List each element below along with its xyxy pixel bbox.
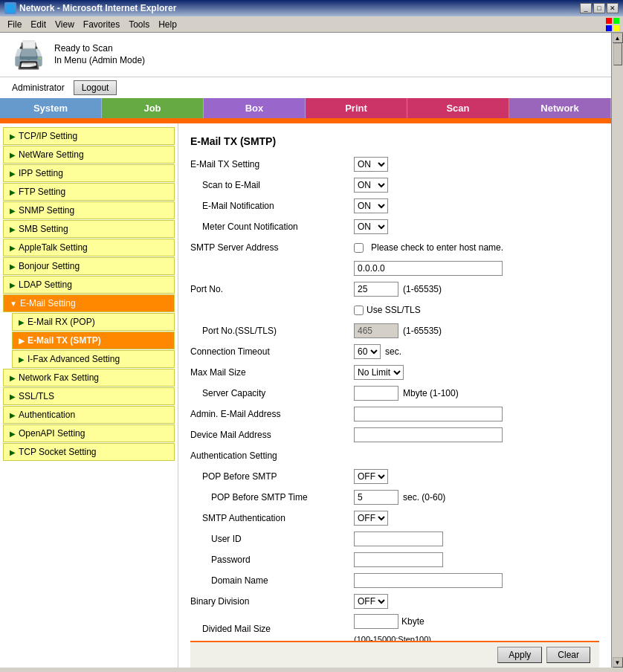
- smtp-auth-control: OFFON: [354, 511, 388, 526]
- sidebar-item-ftp[interactable]: ▶ FTP Setting: [3, 183, 175, 201]
- sidebar-item-ipp[interactable]: ▶ IPP Setting: [3, 164, 175, 182]
- sidebar-item-emailtx[interactable]: ▶ E-Mail TX (SMTP): [12, 332, 175, 349]
- domain-input[interactable]: [354, 573, 503, 588]
- arrow-icon: ▶: [10, 374, 16, 382]
- smtp-ip-input[interactable]: [354, 261, 503, 276]
- smtp-hostname-checkbox[interactable]: [354, 243, 364, 253]
- user-id-control: [354, 532, 443, 546]
- clear-button[interactable]: Clear: [546, 647, 590, 663]
- password-input[interactable]: [354, 552, 443, 567]
- max-mail-select[interactable]: No Limit: [354, 365, 404, 380]
- smtp-auth-label: SMTP Authentication: [190, 513, 354, 523]
- divided-size-input[interactable]: [354, 614, 398, 629]
- admin-email-input[interactable]: [354, 407, 503, 421]
- scrollbar[interactable]: ▲ ▼: [611, 33, 623, 668]
- menu-favorites[interactable]: Favorites: [79, 18, 124, 31]
- server-capacity-label: Server Capacity: [190, 388, 354, 398]
- smtp-auth-select[interactable]: OFFON: [354, 511, 388, 526]
- meter-count-select[interactable]: ONOFF: [354, 219, 388, 234]
- email-notification-label: E-Mail Notification: [190, 201, 354, 211]
- email-notification-row: E-Mail Notification ONOFF: [190, 198, 599, 214]
- port-ssl-input[interactable]: [354, 323, 398, 338]
- conn-timeout-select[interactable]: 60: [354, 344, 381, 359]
- sidebar-item-email[interactable]: ▼ E-Mail Setting: [3, 294, 175, 312]
- sidebar-item-smb[interactable]: ▶ SMB Setting: [3, 220, 175, 238]
- sidebar-item-auth[interactable]: ▶ Authentication: [3, 406, 175, 424]
- arrow-icon: ▶: [19, 355, 25, 364]
- port-no-row: Port No. (1-65535): [190, 281, 599, 297]
- device-email-input[interactable]: [354, 427, 503, 442]
- sidebar-item-openapi[interactable]: ▶ OpenAPI Setting: [3, 424, 175, 442]
- email-notification-select[interactable]: ONOFF: [354, 198, 388, 213]
- port-ssl-row: Port No.(SSL/TLS) (1-65535): [190, 323, 599, 339]
- page-title: E-Mail TX (SMTP): [190, 135, 599, 147]
- sidebar-item-netware[interactable]: ▶ NetWare Setting: [3, 146, 175, 164]
- menu-tools[interactable]: Tools: [124, 18, 154, 31]
- apply-button[interactable]: Apply: [497, 647, 542, 663]
- admin-email-label: Admin. E-Mail Address: [190, 409, 354, 419]
- admin-email-row: Admin. E-Mail Address: [190, 406, 599, 422]
- sidebar-item-snmp[interactable]: ▶ SNMP Setting: [3, 201, 175, 219]
- tab-box[interactable]: Box: [204, 98, 306, 118]
- email-tx-setting-select[interactable]: ONOFF: [354, 157, 388, 172]
- smtp-ip-row: [190, 260, 599, 277]
- port-no-input[interactable]: [354, 282, 398, 297]
- sidebar-item-emailrx[interactable]: ▶ E-Mail RX (POP): [12, 313, 175, 331]
- sidebar-item-ifax[interactable]: ▶ I-Fax Advanced Setting: [12, 350, 175, 368]
- sidebar-item-ldap[interactable]: ▶ LDAP Setting: [3, 276, 175, 294]
- password-label: Password: [190, 555, 354, 565]
- smtp-server-label: SMTP Server Address: [190, 242, 354, 253]
- sidebar-item-tcpip[interactable]: ▶ TCP/IP Setting: [3, 127, 175, 145]
- user-id-input[interactable]: [354, 532, 443, 546]
- close-button[interactable]: ✕: [607, 3, 619, 13]
- menu-help[interactable]: Help: [154, 18, 181, 31]
- ssl-checkbox[interactable]: [354, 306, 364, 315]
- scroll-up-button[interactable]: ▲: [613, 33, 623, 43]
- auth-setting-row: Authentication Setting: [190, 448, 599, 464]
- menu-file[interactable]: File: [3, 18, 26, 31]
- binary-div-control: OFFON: [354, 594, 388, 609]
- server-capacity-input[interactable]: [354, 386, 398, 401]
- pop-before-time-control: sec. (0-60): [354, 490, 445, 505]
- maximize-button[interactable]: □: [593, 3, 605, 13]
- main-scroll-area[interactable]: 🖨️ Ready to Scan In Menu (Admin Mode) Ad…: [0, 33, 611, 668]
- arrow-icon: ▶: [10, 448, 16, 456]
- window-controls: _ □ ✕: [580, 3, 619, 13]
- sidebar-item-bonjour[interactable]: ▶ Bonjour Setting: [3, 257, 175, 275]
- pop-before-smtp-row: POP Before SMTP OFFON: [190, 468, 599, 485]
- auth-setting-label: Authentication Setting: [190, 450, 354, 461]
- divided-size-label: Divided Mail Size: [190, 624, 354, 634]
- scroll-down-button[interactable]: ▼: [613, 657, 623, 668]
- email-tx-setting-row: E-Mail TX Setting ONOFF: [190, 156, 599, 172]
- sidebar-item-ssl[interactable]: ▶ SSL/TLS: [3, 387, 175, 405]
- port-ssl-range: (1-65535): [403, 326, 442, 336]
- pop-before-smtp-select[interactable]: OFFON: [354, 469, 388, 484]
- status-line1: Ready to Scan: [54, 43, 145, 54]
- minimize-button[interactable]: _: [580, 3, 592, 13]
- divided-size-control: Kbyte (100-15000;Step100): [354, 614, 431, 644]
- scan-to-email-select[interactable]: ONOFF: [354, 178, 388, 193]
- sidebar-item-tcp[interactable]: ▶ TCP Socket Setting: [3, 443, 175, 461]
- tab-scan[interactable]: Scan: [407, 98, 509, 118]
- domain-row: Domain Name: [190, 572, 599, 589]
- pop-before-smtp-label: POP Before SMTP: [190, 471, 354, 482]
- menu-edit[interactable]: Edit: [26, 18, 51, 31]
- smtp-server-control: Please check to enter host name.: [354, 242, 503, 253]
- printer-icon: 🖨️: [12, 39, 45, 71]
- logout-button[interactable]: Logout: [74, 80, 117, 95]
- tab-network[interactable]: Network: [509, 98, 611, 118]
- scroll-thumb[interactable]: [613, 43, 622, 65]
- header-status: Ready to Scan In Menu (Admin Mode): [54, 43, 145, 67]
- tab-system[interactable]: System: [0, 98, 102, 118]
- sidebar-item-netfax[interactable]: ▶ Network Fax Setting: [3, 369, 175, 387]
- scan-to-email-control: ONOFF: [354, 178, 388, 193]
- pop-before-time-input[interactable]: [354, 490, 398, 505]
- pop-before-time-row: POP Before SMTP Time sec. (0-60): [190, 489, 599, 505]
- binary-div-select[interactable]: OFFON: [354, 594, 388, 609]
- tab-print[interactable]: Print: [306, 98, 407, 118]
- tab-job[interactable]: Job: [102, 98, 204, 118]
- menu-view[interactable]: View: [51, 18, 79, 31]
- sidebar-item-appletalk[interactable]: ▶ AppleTalk Setting: [3, 239, 175, 256]
- device-email-label: Device Mail Address: [190, 430, 354, 440]
- sidebar-sub-email: ▶ E-Mail RX (POP) ▶ E-Mail TX (SMTP) ▶ I…: [9, 313, 178, 368]
